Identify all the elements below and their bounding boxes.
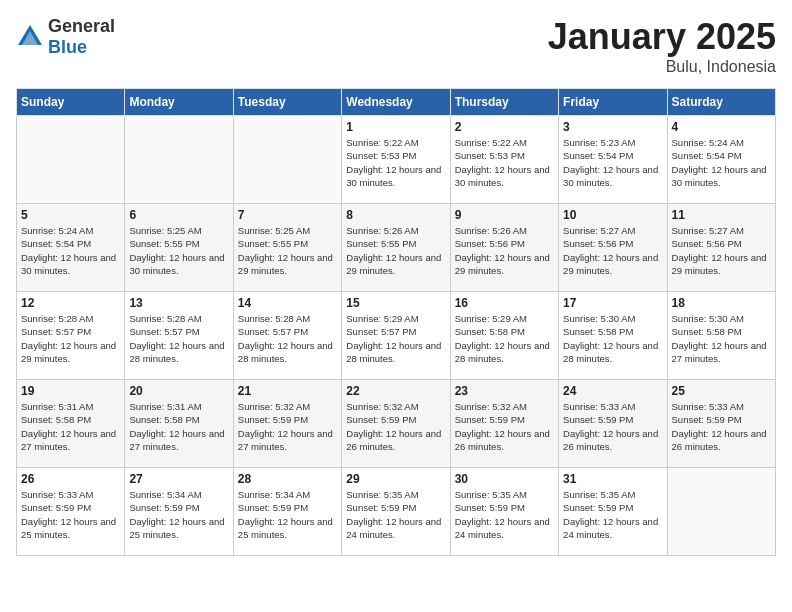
calendar-cell: 2Sunrise: 5:22 AM Sunset: 5:53 PM Daylig… [450, 116, 558, 204]
day-number: 3 [563, 120, 662, 134]
calendar-cell: 15Sunrise: 5:29 AM Sunset: 5:57 PM Dayli… [342, 292, 450, 380]
logo: General Blue [16, 16, 115, 58]
day-number: 21 [238, 384, 337, 398]
day-info: Sunrise: 5:26 AM Sunset: 5:56 PM Dayligh… [455, 224, 554, 277]
day-number: 5 [21, 208, 120, 222]
day-number: 6 [129, 208, 228, 222]
header-day: Wednesday [342, 89, 450, 116]
logo-general: General [48, 16, 115, 36]
calendar-cell: 25Sunrise: 5:33 AM Sunset: 5:59 PM Dayli… [667, 380, 775, 468]
calendar-cell [125, 116, 233, 204]
calendar-cell: 4Sunrise: 5:24 AM Sunset: 5:54 PM Daylig… [667, 116, 775, 204]
day-number: 16 [455, 296, 554, 310]
day-info: Sunrise: 5:31 AM Sunset: 5:58 PM Dayligh… [129, 400, 228, 453]
day-info: Sunrise: 5:28 AM Sunset: 5:57 PM Dayligh… [238, 312, 337, 365]
day-info: Sunrise: 5:34 AM Sunset: 5:59 PM Dayligh… [129, 488, 228, 541]
header-row: SundayMondayTuesdayWednesdayThursdayFrid… [17, 89, 776, 116]
calendar-cell: 14Sunrise: 5:28 AM Sunset: 5:57 PM Dayli… [233, 292, 341, 380]
day-number: 12 [21, 296, 120, 310]
calendar-cell: 19Sunrise: 5:31 AM Sunset: 5:58 PM Dayli… [17, 380, 125, 468]
day-number: 14 [238, 296, 337, 310]
day-info: Sunrise: 5:33 AM Sunset: 5:59 PM Dayligh… [21, 488, 120, 541]
calendar-cell [233, 116, 341, 204]
calendar-cell: 13Sunrise: 5:28 AM Sunset: 5:57 PM Dayli… [125, 292, 233, 380]
calendar-cell: 24Sunrise: 5:33 AM Sunset: 5:59 PM Dayli… [559, 380, 667, 468]
day-info: Sunrise: 5:28 AM Sunset: 5:57 PM Dayligh… [129, 312, 228, 365]
day-info: Sunrise: 5:29 AM Sunset: 5:58 PM Dayligh… [455, 312, 554, 365]
day-number: 30 [455, 472, 554, 486]
day-info: Sunrise: 5:22 AM Sunset: 5:53 PM Dayligh… [346, 136, 445, 189]
day-number: 26 [21, 472, 120, 486]
day-number: 10 [563, 208, 662, 222]
calendar-cell: 31Sunrise: 5:35 AM Sunset: 5:59 PM Dayli… [559, 468, 667, 556]
day-info: Sunrise: 5:35 AM Sunset: 5:59 PM Dayligh… [455, 488, 554, 541]
day-number: 20 [129, 384, 228, 398]
calendar-cell: 30Sunrise: 5:35 AM Sunset: 5:59 PM Dayli… [450, 468, 558, 556]
calendar-table: SundayMondayTuesdayWednesdayThursdayFrid… [16, 88, 776, 556]
day-number: 15 [346, 296, 445, 310]
calendar-cell: 18Sunrise: 5:30 AM Sunset: 5:58 PM Dayli… [667, 292, 775, 380]
day-info: Sunrise: 5:25 AM Sunset: 5:55 PM Dayligh… [238, 224, 337, 277]
calendar-cell: 12Sunrise: 5:28 AM Sunset: 5:57 PM Dayli… [17, 292, 125, 380]
page-header: General Blue January 2025 Bulu, Indonesi… [16, 16, 776, 76]
calendar-row: 26Sunrise: 5:33 AM Sunset: 5:59 PM Dayli… [17, 468, 776, 556]
day-info: Sunrise: 5:35 AM Sunset: 5:59 PM Dayligh… [346, 488, 445, 541]
day-number: 27 [129, 472, 228, 486]
day-info: Sunrise: 5:27 AM Sunset: 5:56 PM Dayligh… [672, 224, 771, 277]
day-info: Sunrise: 5:32 AM Sunset: 5:59 PM Dayligh… [346, 400, 445, 453]
calendar-cell [667, 468, 775, 556]
day-number: 18 [672, 296, 771, 310]
header-day: Tuesday [233, 89, 341, 116]
calendar-cell: 26Sunrise: 5:33 AM Sunset: 5:59 PM Dayli… [17, 468, 125, 556]
day-number: 9 [455, 208, 554, 222]
calendar-cell: 10Sunrise: 5:27 AM Sunset: 5:56 PM Dayli… [559, 204, 667, 292]
day-info: Sunrise: 5:22 AM Sunset: 5:53 PM Dayligh… [455, 136, 554, 189]
header-day: Thursday [450, 89, 558, 116]
calendar-cell: 8Sunrise: 5:26 AM Sunset: 5:55 PM Daylig… [342, 204, 450, 292]
day-number: 23 [455, 384, 554, 398]
calendar-subtitle: Bulu, Indonesia [548, 58, 776, 76]
calendar-cell: 6Sunrise: 5:25 AM Sunset: 5:55 PM Daylig… [125, 204, 233, 292]
calendar-cell: 5Sunrise: 5:24 AM Sunset: 5:54 PM Daylig… [17, 204, 125, 292]
logo-text: General Blue [48, 16, 115, 58]
calendar-row: 5Sunrise: 5:24 AM Sunset: 5:54 PM Daylig… [17, 204, 776, 292]
calendar-cell: 23Sunrise: 5:32 AM Sunset: 5:59 PM Dayli… [450, 380, 558, 468]
day-info: Sunrise: 5:32 AM Sunset: 5:59 PM Dayligh… [455, 400, 554, 453]
day-number: 4 [672, 120, 771, 134]
calendar-cell: 20Sunrise: 5:31 AM Sunset: 5:58 PM Dayli… [125, 380, 233, 468]
day-info: Sunrise: 5:35 AM Sunset: 5:59 PM Dayligh… [563, 488, 662, 541]
logo-blue: Blue [48, 37, 87, 57]
day-info: Sunrise: 5:27 AM Sunset: 5:56 PM Dayligh… [563, 224, 662, 277]
day-info: Sunrise: 5:34 AM Sunset: 5:59 PM Dayligh… [238, 488, 337, 541]
day-number: 8 [346, 208, 445, 222]
day-number: 22 [346, 384, 445, 398]
header-day: Friday [559, 89, 667, 116]
day-info: Sunrise: 5:31 AM Sunset: 5:58 PM Dayligh… [21, 400, 120, 453]
day-number: 31 [563, 472, 662, 486]
day-number: 24 [563, 384, 662, 398]
calendar-body: 1Sunrise: 5:22 AM Sunset: 5:53 PM Daylig… [17, 116, 776, 556]
day-number: 13 [129, 296, 228, 310]
calendar-row: 1Sunrise: 5:22 AM Sunset: 5:53 PM Daylig… [17, 116, 776, 204]
calendar-title: January 2025 [548, 16, 776, 58]
header-day: Monday [125, 89, 233, 116]
day-number: 25 [672, 384, 771, 398]
day-info: Sunrise: 5:24 AM Sunset: 5:54 PM Dayligh… [21, 224, 120, 277]
calendar-cell: 11Sunrise: 5:27 AM Sunset: 5:56 PM Dayli… [667, 204, 775, 292]
calendar-row: 19Sunrise: 5:31 AM Sunset: 5:58 PM Dayli… [17, 380, 776, 468]
calendar-row: 12Sunrise: 5:28 AM Sunset: 5:57 PM Dayli… [17, 292, 776, 380]
day-info: Sunrise: 5:30 AM Sunset: 5:58 PM Dayligh… [563, 312, 662, 365]
day-info: Sunrise: 5:25 AM Sunset: 5:55 PM Dayligh… [129, 224, 228, 277]
logo-icon [16, 23, 44, 51]
calendar-cell [17, 116, 125, 204]
day-info: Sunrise: 5:33 AM Sunset: 5:59 PM Dayligh… [563, 400, 662, 453]
day-info: Sunrise: 5:33 AM Sunset: 5:59 PM Dayligh… [672, 400, 771, 453]
calendar-cell: 1Sunrise: 5:22 AM Sunset: 5:53 PM Daylig… [342, 116, 450, 204]
day-info: Sunrise: 5:24 AM Sunset: 5:54 PM Dayligh… [672, 136, 771, 189]
calendar-cell: 3Sunrise: 5:23 AM Sunset: 5:54 PM Daylig… [559, 116, 667, 204]
day-info: Sunrise: 5:23 AM Sunset: 5:54 PM Dayligh… [563, 136, 662, 189]
calendar-cell: 22Sunrise: 5:32 AM Sunset: 5:59 PM Dayli… [342, 380, 450, 468]
calendar-cell: 9Sunrise: 5:26 AM Sunset: 5:56 PM Daylig… [450, 204, 558, 292]
day-info: Sunrise: 5:26 AM Sunset: 5:55 PM Dayligh… [346, 224, 445, 277]
calendar-cell: 17Sunrise: 5:30 AM Sunset: 5:58 PM Dayli… [559, 292, 667, 380]
